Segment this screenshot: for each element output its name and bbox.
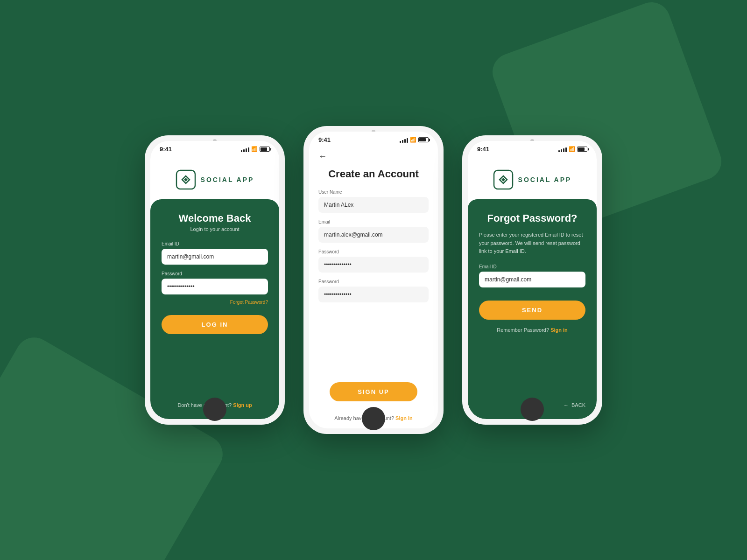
- app-logo-3: [493, 169, 514, 190]
- app-name-3: SOCIAL APP: [518, 176, 572, 183]
- email-label-3: Email ID: [479, 264, 585, 269]
- password-input-1[interactable]: [162, 279, 268, 294]
- wifi-icon-1: 📶: [251, 146, 258, 152]
- forgot-link-container: Forgot Password?: [162, 297, 268, 306]
- status-time-3: 9:41: [477, 146, 489, 153]
- wifi-icon-3: 📶: [569, 146, 575, 152]
- status-time-1: 9:41: [160, 146, 172, 153]
- email-label-1: Email ID: [162, 241, 268, 246]
- password-label-1: Password: [162, 271, 268, 276]
- app-logo-1: [176, 169, 196, 190]
- confirm-password-group: Password: [318, 279, 429, 302]
- send-button[interactable]: SEND: [479, 301, 585, 320]
- signin-link-3[interactable]: Sign in: [550, 327, 568, 333]
- signup-link-1[interactable]: Sign up: [233, 402, 252, 408]
- email-label-2: Email: [318, 219, 429, 224]
- password-input-2[interactable]: [318, 257, 429, 273]
- status-icons-2: 📶: [400, 137, 429, 143]
- phone-screen-signup: 9:41 📶 ← Create an Account: [309, 132, 438, 428]
- confirm-password-label: Password: [318, 279, 429, 284]
- signup-form: User Name Email Password Password: [309, 189, 438, 373]
- home-button-2[interactable]: [362, 407, 385, 430]
- email-group-2: Email: [318, 219, 429, 243]
- phone-login: 9:41 📶: [145, 135, 285, 425]
- app-name-1: SOCIAL APP: [201, 176, 254, 183]
- username-input[interactable]: [318, 197, 429, 213]
- email-input-2[interactable]: [318, 227, 429, 243]
- username-label: User Name: [318, 189, 429, 195]
- welcome-title: Welcome Back: [162, 212, 268, 224]
- create-account-title: Create an Account: [309, 163, 438, 189]
- signal-icon-3: [558, 147, 567, 152]
- status-icons-3: 📶: [558, 146, 587, 152]
- phone-screen-login: 9:41 📶: [150, 141, 279, 419]
- logo-area-3: SOCIAL APP: [468, 155, 597, 199]
- battery-icon-3: [577, 147, 587, 152]
- email-input-3[interactable]: [479, 272, 585, 287]
- status-icons-1: 📶: [241, 146, 270, 152]
- login-button[interactable]: LOG IN: [162, 315, 268, 334]
- confirm-password-input[interactable]: [318, 287, 429, 302]
- signup-button[interactable]: SIGN UP: [330, 382, 417, 401]
- back-arrow-signup[interactable]: ←: [309, 146, 438, 163]
- phone-signup: 9:41 📶 ← Create an Account: [303, 126, 444, 434]
- status-bar-2: 9:41 📶: [309, 132, 438, 146]
- phone-forgot: 9:41 📶: [462, 135, 602, 425]
- battery-icon-1: [260, 147, 270, 152]
- signin-link-2[interactable]: Sign in: [395, 415, 413, 421]
- status-bar-1: 9:41 📶: [150, 141, 279, 155]
- status-time-2: 9:41: [318, 136, 331, 143]
- phone-screen-forgot: 9:41 📶: [468, 141, 597, 419]
- forgot-password-link[interactable]: Forgot Password?: [230, 300, 268, 305]
- status-bar-3: 9:41 📶: [468, 141, 597, 155]
- welcome-subtitle: Login to your account: [162, 226, 268, 232]
- signal-icon-2: [400, 137, 408, 143]
- signal-icon-1: [241, 147, 249, 152]
- back-arrow-icon: ←: [564, 402, 569, 408]
- forgot-description: Please enter your registered Email ID to…: [479, 231, 585, 256]
- home-button-1[interactable]: [203, 398, 226, 421]
- password-group-2: Password: [318, 249, 429, 273]
- back-label[interactable]: BACK: [571, 402, 585, 408]
- wifi-icon-2: 📶: [410, 137, 416, 143]
- logo-area-1: SOCIAL APP: [150, 155, 279, 199]
- forgot-title: Forgot Password?: [479, 212, 585, 224]
- phones-container: 9:41 📶: [145, 126, 602, 434]
- remember-text: Remember Password?: [497, 327, 549, 333]
- remember-link-container: Remember Password? Sign in: [479, 327, 585, 333]
- username-group: User Name: [318, 189, 429, 213]
- login-card: Welcome Back Login to your account Email…: [150, 199, 279, 419]
- password-label-2: Password: [318, 249, 429, 254]
- email-input-1[interactable]: [162, 249, 268, 265]
- battery-icon-2: [418, 137, 429, 142]
- forgot-card: Forgot Password? Please enter your regis…: [468, 199, 597, 419]
- home-button-3[interactable]: [521, 398, 544, 421]
